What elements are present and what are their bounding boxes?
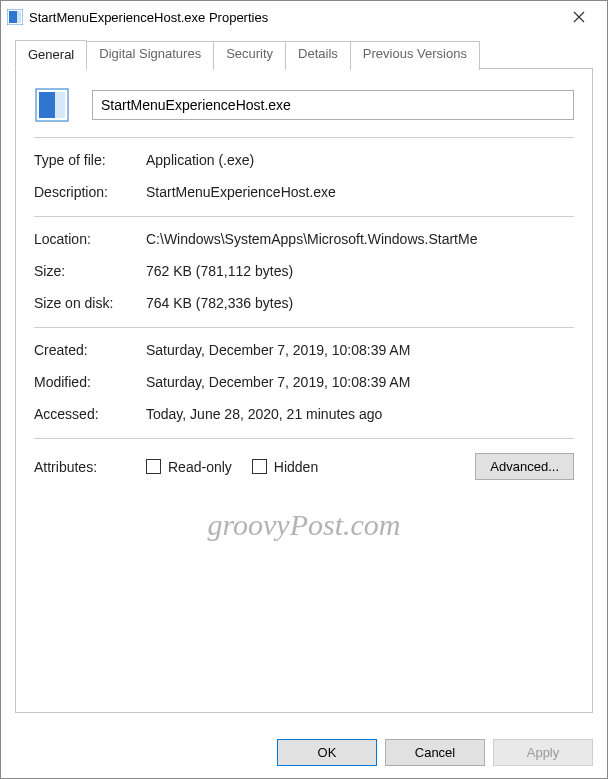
label-created: Created: bbox=[34, 342, 146, 358]
separator bbox=[34, 137, 574, 138]
label-location: Location: bbox=[34, 231, 146, 247]
separator bbox=[34, 327, 574, 328]
window-title: StartMenuExperienceHost.exe Properties bbox=[29, 10, 557, 25]
separator bbox=[34, 438, 574, 439]
tab-previous-versions[interactable]: Previous Versions bbox=[350, 41, 480, 70]
tab-security[interactable]: Security bbox=[213, 41, 286, 70]
readonly-checkbox[interactable]: Read-only bbox=[146, 459, 232, 475]
titlebar: StartMenuExperienceHost.exe Properties bbox=[1, 1, 607, 33]
checkbox-icon bbox=[146, 459, 161, 474]
checkbox-icon bbox=[252, 459, 267, 474]
properties-window: StartMenuExperienceHost.exe Properties G… bbox=[0, 0, 608, 779]
tab-general[interactable]: General bbox=[15, 40, 87, 69]
label-size: Size: bbox=[34, 263, 146, 279]
content-area: General Digital Signatures Security Deta… bbox=[1, 33, 607, 727]
label-modified: Modified: bbox=[34, 374, 146, 390]
svg-rect-4 bbox=[39, 92, 55, 118]
value-type-of-file: Application (.exe) bbox=[146, 152, 574, 168]
apply-button: Apply bbox=[493, 739, 593, 766]
svg-rect-2 bbox=[17, 11, 21, 23]
label-description: Description: bbox=[34, 184, 146, 200]
app-icon bbox=[7, 9, 23, 25]
tab-details[interactable]: Details bbox=[285, 41, 351, 70]
filename-input[interactable] bbox=[92, 90, 574, 120]
general-panel: Type of file: Application (.exe) Descrip… bbox=[15, 68, 593, 713]
label-attributes: Attributes: bbox=[34, 459, 146, 475]
separator bbox=[34, 216, 574, 217]
value-modified: Saturday, December 7, 2019, 10:08:39 AM bbox=[146, 374, 574, 390]
file-type-icon bbox=[34, 87, 70, 123]
hidden-label: Hidden bbox=[274, 459, 318, 475]
watermark: groovyPost.com bbox=[34, 508, 574, 542]
svg-rect-1 bbox=[9, 11, 17, 23]
tab-digital-signatures[interactable]: Digital Signatures bbox=[86, 41, 214, 70]
label-type-of-file: Type of file: bbox=[34, 152, 146, 168]
value-size-on-disk: 764 KB (782,336 bytes) bbox=[146, 295, 574, 311]
value-accessed: Today, June 28, 2020, 21 minutes ago bbox=[146, 406, 574, 422]
dialog-buttons: OK Cancel Apply bbox=[1, 727, 607, 778]
hidden-checkbox[interactable]: Hidden bbox=[252, 459, 318, 475]
value-description: StartMenuExperienceHost.exe bbox=[146, 184, 574, 200]
value-location: C:\Windows\SystemApps\Microsoft.Windows.… bbox=[146, 231, 574, 247]
value-size: 762 KB (781,112 bytes) bbox=[146, 263, 574, 279]
close-button[interactable] bbox=[557, 1, 601, 33]
ok-button[interactable]: OK bbox=[277, 739, 377, 766]
label-size-on-disk: Size on disk: bbox=[34, 295, 146, 311]
advanced-button[interactable]: Advanced... bbox=[475, 453, 574, 480]
value-created: Saturday, December 7, 2019, 10:08:39 AM bbox=[146, 342, 574, 358]
readonly-label: Read-only bbox=[168, 459, 232, 475]
svg-rect-5 bbox=[55, 92, 65, 118]
cancel-button[interactable]: Cancel bbox=[385, 739, 485, 766]
tab-strip: General Digital Signatures Security Deta… bbox=[15, 39, 593, 68]
label-accessed: Accessed: bbox=[34, 406, 146, 422]
